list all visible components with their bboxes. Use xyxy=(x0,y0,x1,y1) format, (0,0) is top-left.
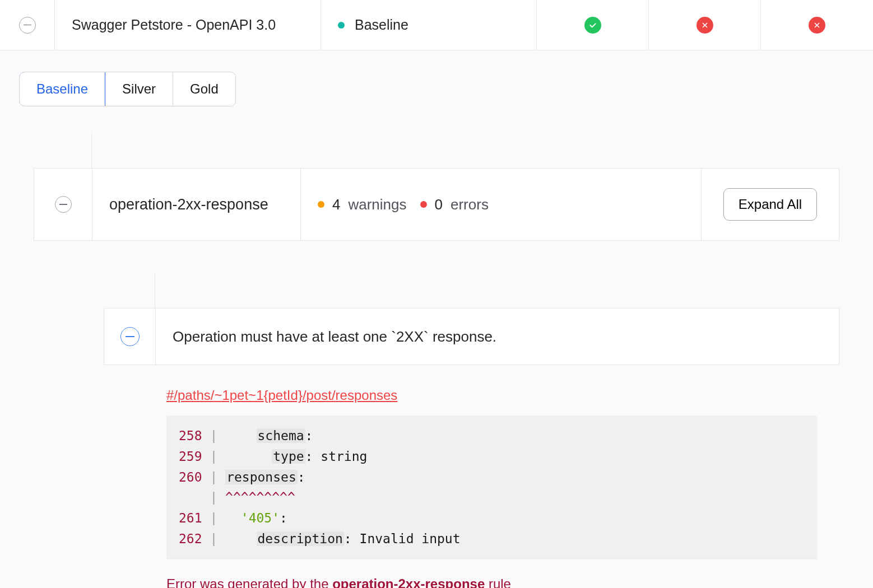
baseline-label: Baseline xyxy=(355,17,408,33)
error-suffix: rule xyxy=(485,576,511,588)
status-cell-fail-1 xyxy=(649,0,761,50)
error-generated-text: Error was generated by the operation-2xx… xyxy=(166,576,817,588)
error-rule-name: operation-2xx-response xyxy=(332,576,485,588)
json-path-link[interactable]: #/paths/~1pet~1{petId}/post/responses xyxy=(166,388,397,403)
tab-silver[interactable]: Silver xyxy=(105,72,173,106)
warning-dot-icon xyxy=(318,201,324,208)
tier-tab-row: Baseline Silver Gold xyxy=(0,50,873,128)
warnings-count: 4 xyxy=(332,196,340,213)
header-collapse-cell xyxy=(0,0,55,50)
rule-stats-cell: 4 warnings 0 errors xyxy=(301,169,702,240)
header-title-cell: Swagger Petstore - OpenAPI 3.0 xyxy=(55,0,321,50)
api-title: Swagger Petstore - OpenAPI 3.0 xyxy=(72,17,276,33)
status-cell-fail-2 xyxy=(761,0,873,50)
x-icon xyxy=(696,17,713,34)
detail-message-cell: Operation must have at least one `2XX` r… xyxy=(156,309,839,365)
status-cell-pass xyxy=(537,0,649,50)
rule-action-cell: Expand All xyxy=(702,169,839,240)
header-baseline-cell: Baseline xyxy=(321,0,537,50)
collapse-icon[interactable] xyxy=(120,327,140,346)
rule-blank-strip xyxy=(34,133,839,168)
detail-blank-strip xyxy=(104,273,839,308)
tab-baseline[interactable]: Baseline xyxy=(19,72,105,106)
detail-collapse-cell xyxy=(104,309,156,365)
rule-row: operation-2xx-response 4 warnings 0 erro… xyxy=(34,168,839,241)
errors-count: 0 xyxy=(435,196,443,213)
warnings-label: warnings xyxy=(348,196,406,213)
header-row: Swagger Petstore - OpenAPI 3.0 Baseline xyxy=(0,0,873,50)
x-icon xyxy=(809,17,825,34)
rule-container: operation-2xx-response 4 warnings 0 erro… xyxy=(34,133,839,241)
tier-segmented-control: Baseline Silver Gold xyxy=(19,72,236,106)
detail-row: Operation must have at least one `2XX` r… xyxy=(104,308,839,365)
baseline-dot-icon xyxy=(338,22,345,29)
rule-name: operation-2xx-response xyxy=(109,196,268,213)
collapse-icon[interactable] xyxy=(19,17,36,34)
detail-container: Operation must have at least one `2XX` r… xyxy=(104,273,839,588)
collapse-icon[interactable] xyxy=(55,196,72,213)
expand-all-button[interactable]: Expand All xyxy=(723,188,817,221)
errors-label: errors xyxy=(451,196,489,213)
tab-gold[interactable]: Gold xyxy=(173,72,235,106)
rule-name-cell: operation-2xx-response xyxy=(92,169,301,240)
detail-message: Operation must have at least one `2XX` r… xyxy=(173,328,496,346)
code-block: 258 | schema:259 | type: string260 | res… xyxy=(166,416,817,559)
error-dot-icon xyxy=(420,201,427,208)
error-prefix: Error was generated by the xyxy=(166,576,332,588)
check-icon xyxy=(584,17,601,34)
detail-body: #/paths/~1pet~1{petId}/post/responses 25… xyxy=(104,365,839,588)
rule-collapse-cell xyxy=(34,169,92,240)
